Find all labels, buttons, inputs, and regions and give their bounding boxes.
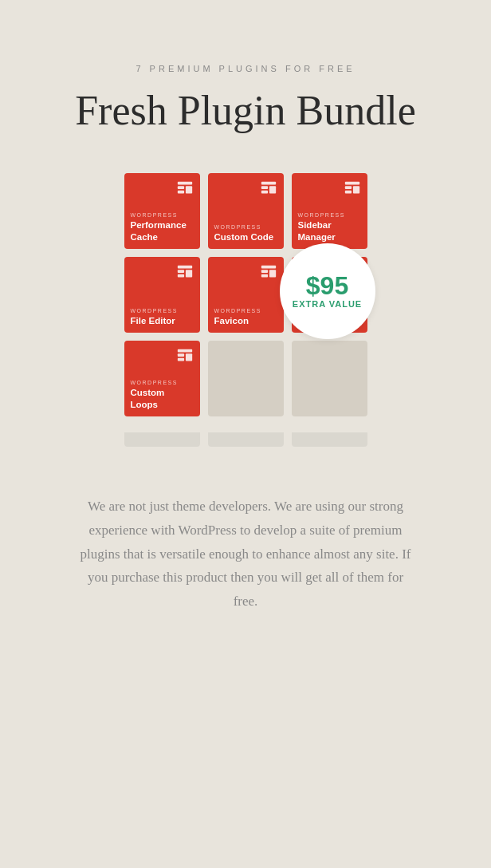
- plugin-card-favicon[interactable]: WORDPRESS Favicon: [208, 257, 284, 333]
- plugin-card-custom-loops[interactable]: WORDPRESS Custom Loops: [124, 341, 200, 416]
- page-title: Fresh Plugin Bundle: [75, 88, 416, 133]
- plugins-section: WORDPRESS Performance Cache WORDPRESS Cu…: [48, 173, 443, 416]
- svg-rect-3: [185, 186, 191, 193]
- page-subtitle: 7 Premium Plugins for Free: [136, 64, 355, 73]
- plugin-card-sidebar-manager[interactable]: WORDPRESS Sidebar Manager: [292, 173, 367, 249]
- svg-rect-12: [177, 266, 191, 269]
- price-extra-value: EXTRA VALUE: [293, 298, 362, 310]
- svg-rect-25: [177, 353, 183, 357]
- svg-rect-1: [177, 186, 183, 189]
- plugin-wp-label: WORDPRESS: [214, 308, 261, 314]
- shadow-card: [208, 432, 284, 447]
- plugin-wp-label: WORDPRESS: [298, 212, 345, 218]
- svg-rect-6: [261, 191, 267, 194]
- plugin-name: Custom Loops: [131, 387, 194, 410]
- svg-rect-24: [177, 349, 191, 353]
- plugin-name: Custom Code: [214, 231, 274, 243]
- description-text: We are not just theme developers. We are…: [78, 495, 413, 614]
- plugin-wp-label: WORDPRESS: [131, 380, 178, 385]
- svg-rect-19: [269, 270, 275, 277]
- plugin-card-custom-code[interactable]: WORDPRESS Custom Code: [208, 173, 284, 249]
- plugin-icon: [344, 180, 361, 197]
- svg-rect-2: [177, 191, 183, 194]
- plugin-icon: [176, 180, 194, 197]
- shadow-card: [292, 432, 367, 447]
- plugin-icon: [176, 263, 194, 281]
- svg-rect-4: [261, 182, 275, 185]
- plugin-card-file-editor[interactable]: WORDPRESS File Editor: [124, 257, 200, 333]
- plugin-icon: [176, 347, 194, 365]
- plugin-wp-label: WORDPRESS: [131, 212, 178, 218]
- plugin-icon: [260, 180, 277, 197]
- plugin-card-empty-1: [208, 341, 284, 416]
- svg-rect-5: [261, 186, 267, 189]
- plugin-wp-label: WORDPRESS: [131, 308, 178, 314]
- svg-rect-10: [344, 191, 351, 194]
- plugin-card-empty-2: [292, 341, 367, 416]
- shadow-card: [124, 432, 200, 447]
- price-badge: $95 EXTRA VALUE: [280, 243, 375, 339]
- svg-rect-26: [177, 358, 183, 361]
- plugin-name: Favicon: [214, 315, 249, 326]
- svg-rect-18: [261, 274, 267, 278]
- svg-rect-27: [185, 353, 191, 361]
- svg-rect-7: [269, 186, 275, 193]
- svg-rect-16: [261, 266, 275, 269]
- svg-rect-8: [344, 182, 359, 185]
- plugin-icon: [260, 263, 277, 281]
- plugin-name: Sidebar Manager: [298, 219, 361, 243]
- svg-rect-17: [261, 270, 267, 273]
- svg-rect-9: [344, 186, 351, 189]
- svg-rect-13: [177, 270, 183, 273]
- svg-rect-11: [352, 186, 359, 193]
- svg-rect-14: [177, 274, 183, 278]
- svg-rect-0: [177, 182, 191, 185]
- plugin-name: Performance Cache: [131, 219, 194, 243]
- plugin-card-performance-cache[interactable]: WORDPRESS Performance Cache: [124, 173, 200, 249]
- svg-rect-15: [185, 270, 191, 277]
- price-amount: $95: [306, 273, 348, 298]
- plugin-name: File Editor: [131, 315, 175, 326]
- plugin-wp-label: WORDPRESS: [214, 224, 261, 230]
